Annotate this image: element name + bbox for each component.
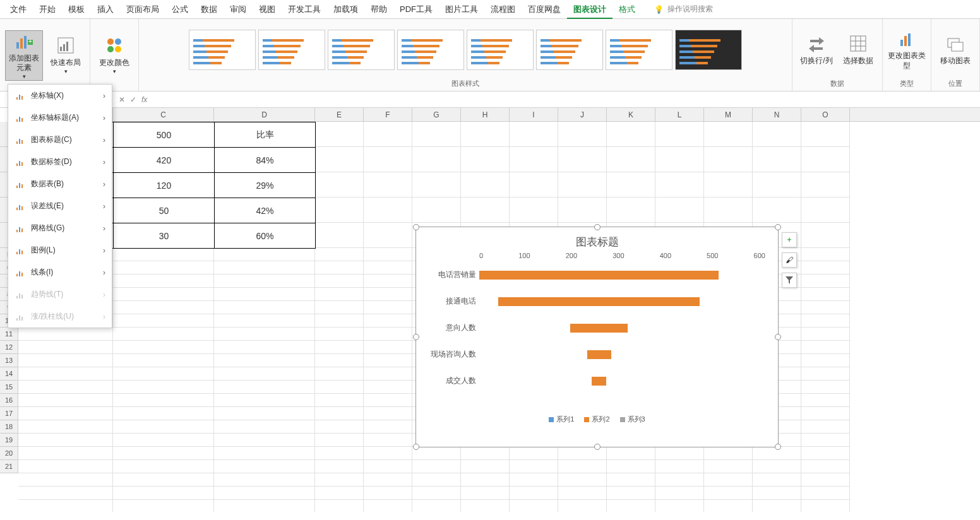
cell[interactable] [315, 147, 364, 172]
cell[interactable] [510, 500, 558, 512]
cell[interactable] [364, 420, 412, 434]
cell[interactable] [315, 407, 364, 420]
cell[interactable] [214, 447, 315, 460]
cell[interactable] [113, 288, 214, 301]
cell[interactable] [113, 381, 214, 394]
cell[interactable] [364, 261, 412, 275]
chart-elements-button[interactable]: + [782, 232, 797, 247]
cell[interactable] [364, 172, 412, 198]
cell[interactable] [801, 394, 850, 407]
chart-style-thumb[interactable] [328, 30, 395, 70]
row-header-11[interactable]: 11 [0, 328, 18, 341]
cell[interactable] [607, 172, 655, 198]
cell[interactable] [461, 147, 510, 172]
cell[interactable] [315, 122, 364, 147]
data-cell[interactable]: 29% [215, 173, 316, 198]
cell[interactable] [704, 147, 753, 172]
data-cell[interactable]: 42% [215, 198, 316, 223]
ribbon-tab-PDF工具[interactable]: PDF工具 [393, 0, 439, 19]
row-header-18[interactable]: 18 [0, 420, 18, 434]
row-header-13[interactable]: 13 [0, 354, 18, 367]
row-header-14[interactable]: 14 [0, 367, 18, 381]
data-cell[interactable]: 60% [215, 223, 316, 249]
resize-handle[interactable] [594, 444, 601, 450]
ribbon-tab-帮助[interactable]: 帮助 [364, 0, 393, 19]
cell[interactable] [655, 172, 704, 198]
cell[interactable] [510, 447, 558, 460]
cell[interactable] [214, 367, 315, 381]
cell[interactable] [113, 407, 214, 420]
quick-layout-button[interactable]: 快速布局 ▾ [47, 30, 85, 81]
menu-item[interactable]: 图例(L)› [8, 239, 112, 261]
cell[interactable] [364, 394, 412, 407]
cell[interactable] [704, 447, 753, 460]
cell[interactable] [18, 328, 113, 341]
cell[interactable] [655, 147, 704, 172]
cell[interactable] [753, 487, 801, 500]
cell[interactable] [753, 147, 801, 172]
chart-filter-button[interactable] [782, 273, 797, 288]
cell[interactable] [113, 394, 214, 407]
chart-style-thumb[interactable] [467, 30, 534, 70]
cell[interactable] [214, 434, 315, 447]
cell[interactable] [801, 328, 850, 341]
confirm-icon[interactable]: ✓ [130, 95, 136, 104]
cell[interactable] [558, 122, 607, 147]
cell[interactable] [607, 473, 655, 487]
cell[interactable] [364, 407, 412, 420]
cell[interactable] [364, 473, 412, 487]
chart-bar[interactable] [479, 271, 719, 280]
cell[interactable] [801, 367, 850, 381]
cell[interactable] [364, 487, 412, 500]
col-header-N[interactable]: N [753, 108, 801, 121]
cell[interactable] [558, 198, 607, 223]
cell[interactable] [18, 487, 113, 500]
cell[interactable] [801, 500, 850, 512]
cell[interactable] [113, 328, 214, 341]
legend-item[interactable]: 系列2 [584, 415, 609, 424]
cell[interactable] [704, 198, 753, 223]
cell[interactable] [558, 172, 607, 198]
cell[interactable] [315, 301, 364, 314]
cell[interactable] [753, 460, 801, 473]
cell[interactable] [113, 354, 214, 367]
cell[interactable] [704, 122, 753, 147]
cell[interactable] [412, 447, 461, 460]
change-color-button[interactable]: 更改颜色 ▾ [95, 30, 133, 81]
cell[interactable] [315, 447, 364, 460]
ribbon-tab-页面布局[interactable]: 页面布局 [120, 0, 165, 19]
cell[interactable] [315, 473, 364, 487]
resize-handle[interactable] [413, 334, 419, 340]
menu-item[interactable]: 数据表(B)› [8, 173, 112, 195]
cell[interactable] [461, 198, 510, 223]
ribbon-tab-开发工具[interactable]: 开发工具 [282, 0, 327, 19]
fx-icon[interactable]: fx [141, 95, 147, 104]
cell[interactable] [801, 261, 850, 275]
cell[interactable] [801, 223, 850, 248]
cell[interactable] [113, 434, 214, 447]
cell[interactable] [364, 434, 412, 447]
cell[interactable] [315, 341, 364, 354]
resize-handle[interactable] [775, 444, 781, 450]
cell[interactable] [801, 314, 850, 328]
cell[interactable] [315, 487, 364, 500]
cell[interactable] [558, 487, 607, 500]
cell[interactable] [113, 367, 214, 381]
cell[interactable] [801, 447, 850, 460]
cell[interactable] [753, 172, 801, 198]
cell[interactable] [364, 198, 412, 223]
cell[interactable] [801, 473, 850, 487]
cell[interactable] [315, 434, 364, 447]
cell[interactable] [364, 367, 412, 381]
cell[interactable] [18, 407, 113, 420]
cell[interactable] [364, 381, 412, 394]
resize-handle[interactable] [775, 334, 781, 340]
cell[interactable] [510, 487, 558, 500]
cell[interactable] [18, 460, 113, 473]
row-header-15[interactable]: 15 [0, 381, 18, 394]
cell[interactable] [113, 460, 214, 473]
tell-me-search[interactable]: 💡 操作说明搜索 [654, 4, 713, 15]
cell[interactable] [801, 275, 850, 288]
data-cell[interactable]: 比率 [215, 122, 316, 148]
cell[interactable] [315, 248, 364, 261]
